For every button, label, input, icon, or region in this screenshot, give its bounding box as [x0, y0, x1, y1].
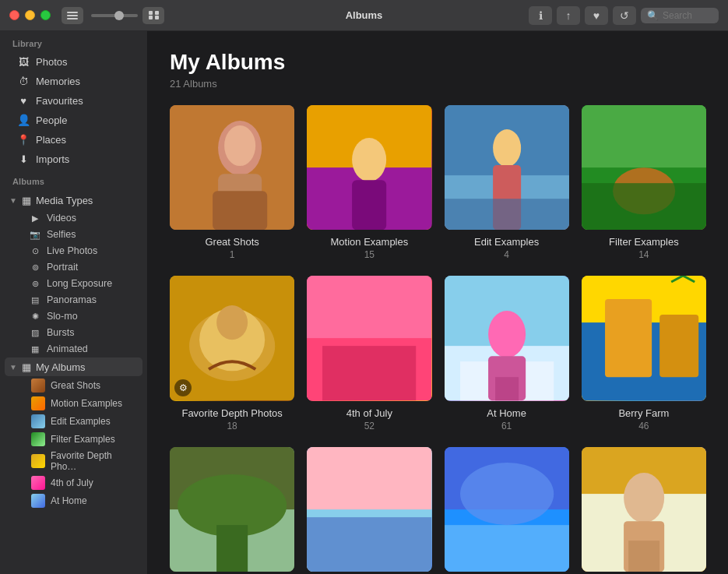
album-cell-10[interactable]	[307, 447, 431, 575]
svg-rect-23	[582, 105, 706, 167]
info-button[interactable]: ℹ	[529, 6, 552, 25]
sidebar-album-great-shots[interactable]: Great Shots	[5, 377, 142, 394]
svg-rect-61	[307, 517, 431, 572]
search-input[interactable]	[663, 10, 713, 21]
svg-rect-26	[582, 183, 706, 230]
sidebar-album-favorite-depth[interactable]: Favorite Depth Pho…	[5, 449, 142, 474]
svg-rect-3	[149, 11, 153, 15]
album-cell-edit-examples[interactable]: Edit Examples 4	[445, 105, 569, 260]
live-photos-icon: ⊙	[30, 245, 40, 256]
zoom-slider[interactable]	[91, 14, 138, 17]
album-cell-motion-examples[interactable]: Motion Examples 15	[307, 105, 431, 260]
sidebar-item-live-photos[interactable]: ⊙ Live Photos	[5, 243, 142, 259]
long-exposure-label: Long Exposure	[47, 278, 112, 289]
sidebar-item-long-exposure[interactable]: ⊚ Long Exposure	[5, 276, 142, 291]
sidebar-album-filter-examples[interactable]: Filter Examples	[5, 431, 142, 448]
media-types-icon: ▦	[20, 194, 33, 206]
media-types-group: ▼ ▦ Media Types ▶ Videos 📷 Selfies ⊙ Liv…	[0, 191, 147, 357]
portrait-label: Portrait	[47, 262, 78, 273]
album-name-at-home: At Home	[487, 407, 526, 419]
my-albums-header[interactable]: ▼ ▦ My Albums	[5, 357, 142, 376]
filter-examples-thumb	[31, 432, 45, 446]
share-button[interactable]: ↑	[557, 6, 580, 25]
places-label: Places	[36, 134, 130, 146]
album-name-4th-of-july: 4th of July	[346, 407, 392, 419]
album-cell-favorite-depth[interactable]: ⚙ Favorite Depth Photos 18	[170, 276, 294, 431]
svg-rect-44	[495, 377, 519, 400]
bursts-label: Bursts	[47, 327, 74, 338]
photos-icon: 🖼	[17, 55, 30, 68]
svg-rect-0	[67, 12, 78, 13]
my-albums-chevron: ▼	[9, 363, 17, 372]
app-body: Library 🖼 Photos ⏱ Memories ♥ Favourites…	[0, 31, 728, 574]
sidebar-album-at-home[interactable]: At Home	[5, 492, 142, 509]
album-cell-12[interactable]	[582, 447, 706, 575]
svg-rect-21	[445, 199, 569, 230]
videos-icon: ▶	[30, 213, 40, 224]
sidebar-toggle-button[interactable]	[62, 7, 83, 24]
4th-of-july-thumb	[31, 476, 45, 490]
sidebar-item-selfies[interactable]: 📷 Selfies	[5, 227, 142, 242]
photos-label: Photos	[36, 56, 130, 68]
slo-mo-icon: ✺	[30, 311, 40, 322]
rotate-button[interactable]: ↺	[613, 6, 636, 25]
sidebar-item-memories[interactable]: ⏱ Memories	[5, 72, 142, 90]
sidebar-item-videos[interactable]: ▶ Videos	[5, 210, 142, 226]
4th-of-july-sidebar-label: 4th of July	[51, 477, 93, 488]
svg-rect-47	[605, 299, 652, 377]
sidebar-item-photos[interactable]: 🖼 Photos	[5, 52, 142, 71]
motion-examples-sidebar-label: Motion Examples	[51, 398, 122, 409]
sidebar-item-places[interactable]: 📍 Places	[5, 130, 142, 149]
album-cover-motion-examples	[307, 105, 431, 230]
album-cell-at-home[interactable]: At Home 61	[445, 276, 569, 431]
minimize-button[interactable]	[25, 10, 35, 20]
sidebar-item-favourites[interactable]: ♥ Favourites	[5, 91, 142, 110]
sidebar-item-slo-mo[interactable]: ✺ Slo-mo	[5, 308, 142, 324]
svg-rect-2	[67, 18, 78, 19]
media-types-header[interactable]: ▼ ▦ Media Types	[5, 191, 142, 210]
grid-view-button[interactable]	[142, 7, 164, 24]
selfies-label: Selfies	[47, 229, 76, 240]
memories-icon: ⏱	[17, 75, 30, 87]
filter-examples-sidebar-label: Filter Examples	[51, 434, 115, 445]
my-albums-icon: ▦	[20, 361, 33, 373]
imports-icon: ⬇	[17, 153, 30, 165]
sidebar-album-motion-examples[interactable]: Motion Examples	[5, 395, 142, 412]
svg-rect-6	[155, 16, 159, 19]
sidebar-item-imports[interactable]: ⬇ Imports	[5, 150, 142, 168]
maximize-button[interactable]	[40, 10, 51, 20]
animated-label: Animated	[47, 343, 88, 354]
svg-point-10	[224, 125, 255, 166]
search-icon: 🔍	[647, 10, 659, 21]
album-num-edit-examples: 4	[504, 249, 509, 260]
album-num-great-shots: 1	[230, 249, 235, 260]
gear-icon-overlay: ⚙	[174, 379, 192, 396]
album-grid: Great Shots 1 Motion Examples 15	[170, 105, 706, 574]
album-cell-4th-of-july[interactable]: 4th of July 52	[307, 276, 431, 431]
album-cell-11[interactable]	[445, 447, 569, 575]
heart-button[interactable]: ♥	[585, 6, 608, 25]
album-cell-great-shots[interactable]: Great Shots 1	[170, 105, 294, 260]
search-box[interactable]: 🔍	[641, 8, 719, 23]
sidebar-item-people[interactable]: 👤 People	[5, 111, 142, 129]
sidebar-item-panoramas[interactable]: ▤ Panoramas	[5, 292, 142, 308]
album-cell-berry-farm[interactable]: Berry Farm 46	[582, 276, 706, 431]
album-cell-9[interactable]	[170, 447, 294, 575]
svg-point-19	[493, 129, 521, 167]
sidebar-album-edit-examples[interactable]: Edit Examples	[5, 413, 142, 430]
svg-rect-48	[659, 315, 698, 377]
close-button[interactable]	[9, 10, 19, 20]
sidebar-item-bursts[interactable]: ▨ Bursts	[5, 325, 142, 340]
panoramas-icon: ▤	[30, 294, 40, 305]
album-cover-edit-examples	[445, 105, 569, 230]
sidebar-item-animated[interactable]: ▦ Animated	[5, 341, 142, 357]
albums-section-label: Albums	[0, 169, 147, 189]
sidebar-album-4th-of-july[interactable]: 4th of July	[5, 474, 142, 491]
svg-rect-15	[352, 180, 386, 230]
media-types-label: Media Types	[36, 195, 93, 206]
people-label: People	[36, 114, 130, 126]
album-cell-filter-examples[interactable]: Filter Examples 14	[582, 105, 706, 260]
my-albums-group: ▼ ▦ My Albums Great Shots Motion Example…	[0, 357, 147, 509]
long-exposure-icon: ⊚	[30, 278, 40, 289]
sidebar-item-portrait[interactable]: ⊚ Portrait	[5, 259, 142, 275]
